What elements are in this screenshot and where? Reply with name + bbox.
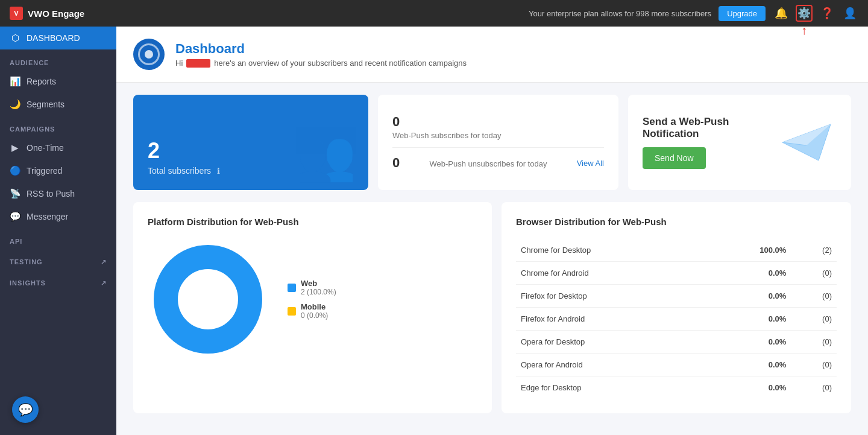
rss-icon: 📡: [10, 188, 20, 199]
browser-distribution-card: Browser Distribution for Web-Push Chrome…: [502, 202, 851, 413]
insights-label: INSIGHTS: [10, 279, 46, 287]
web-legend-color: [288, 284, 296, 292]
send-card-title: Send a Web-PushNotification: [643, 116, 729, 140]
upgrade-button[interactable]: Upgrade: [719, 6, 766, 21]
audience-section-label: AUDIENCE: [0, 49, 116, 70]
sidebar-item-label: Segments: [27, 100, 64, 109]
chart-legend: Web 2 (100.0%) Mobile 0 (0.0%): [288, 279, 336, 320]
browser-count: (0): [791, 331, 837, 354]
subscribers-icon: 👥: [296, 127, 356, 184]
triggered-icon: 🔵: [10, 165, 20, 176]
sidebar-item-dashboard[interactable]: ⬡ DASHBOARD: [0, 27, 116, 49]
sidebar-item-label: RSS to Push: [27, 189, 75, 198]
subscribers-card: 2 Total subscribers ℹ 👥: [133, 95, 368, 190]
table-row: Opera for Desktop 0.0% (0): [516, 331, 837, 354]
chat-bubble-button[interactable]: 💬: [12, 396, 39, 423]
browser-name: Edge for Desktop: [516, 376, 705, 399]
browser-name: Chrome for Desktop: [516, 239, 705, 262]
browser-pct: 100.0%: [705, 239, 791, 262]
dashboard-title: Dashboard: [175, 41, 467, 57]
send-illustration: [776, 118, 837, 167]
campaigns-section-label: CAMPAIGNS: [0, 116, 116, 136]
send-now-button[interactable]: Send Now: [643, 147, 706, 169]
sidebar-item-label: Reports: [27, 77, 56, 86]
external-link-icon2: ↗: [101, 279, 107, 287]
browser-card-title: Browser Distribution for Web-Push: [516, 217, 837, 227]
platform-card-title: Platform Distribution for Web-Push: [148, 217, 477, 227]
browser-count: (2): [791, 239, 837, 262]
sidebar-item-segments[interactable]: 🌙 Segments: [0, 93, 116, 116]
wp-subscribes-row: 0 Web-Push subscribes for today: [392, 107, 604, 148]
user-icon[interactable]: 👤: [841, 5, 858, 22]
browser-count: (0): [791, 376, 837, 399]
stats-row: 2 Total subscribers ℹ 👥 0 Web-Push subsc…: [116, 83, 868, 202]
gear-icon[interactable]: ⚙️ ↑: [796, 5, 813, 22]
wp-unsubscribes-count: 0: [392, 155, 400, 171]
user-name-redacted: [186, 59, 210, 68]
sidebar-item-triggered[interactable]: 🔵 Triggered: [0, 159, 116, 182]
external-link-icon: ↗: [101, 258, 107, 266]
sidebar-item-label: Triggered: [27, 166, 62, 176]
svg-point-5: [181, 272, 235, 326]
wp-stats-card: 0 Web-Push subscribes for today 0 Web-Pu…: [378, 95, 618, 190]
view-all-link[interactable]: View All: [577, 159, 604, 168]
browser-name: Opera for Desktop: [516, 331, 705, 354]
donut-chart: [148, 239, 268, 360]
send-notification-card: Send a Web-PushNotification Send Now: [628, 95, 851, 190]
bell-icon[interactable]: 🔔: [773, 5, 790, 22]
browser-name: Opera for Android: [516, 354, 705, 376]
table-row: Opera for Android 0.0% (0): [516, 354, 837, 376]
topbar: V VWO Engage Your enterprise plan allows…: [0, 0, 868, 27]
sidebar-item-reports[interactable]: 📊 Reports: [0, 70, 116, 93]
mobile-legend-color: [288, 307, 296, 316]
sidebar-item-one-time[interactable]: ▶ One-Time: [0, 136, 116, 159]
content-area: Dashboard Hi here's an overview of your …: [116, 27, 868, 435]
legend-web: Web 2 (100.0%): [288, 279, 336, 296]
sidebar-item-rss-push[interactable]: 📡 RSS to Push: [0, 182, 116, 205]
browser-pct: 0.0%: [705, 376, 791, 399]
subscribers-help-icon[interactable]: ℹ: [217, 167, 220, 176]
donut-container: Web 2 (100.0%) Mobile 0 (0.0%): [148, 239, 477, 360]
api-section-label: API: [0, 228, 116, 249]
wp-subscribes-count: 0: [392, 114, 604, 130]
browser-count: (0): [791, 262, 837, 285]
wp-unsubscribes-label: Web-Push unsubscribes for today: [430, 159, 547, 168]
testing-section-label: TESTING ↗: [0, 249, 116, 270]
testing-label: TESTING: [10, 258, 43, 266]
table-row: Edge for Desktop 0.0% (0): [516, 376, 837, 399]
table-row: Firefox for Android 0.0% (0): [516, 308, 837, 331]
insights-section-label: INSIGHTS ↗: [0, 270, 116, 291]
mobile-legend-text: Mobile 0 (0.0%): [301, 302, 328, 320]
browser-pct: 0.0%: [705, 331, 791, 354]
app-name: VWO Engage: [28, 8, 84, 19]
arrow-indicator: ↑: [801, 24, 807, 37]
table-row: Chrome for Android 0.0% (0): [516, 262, 837, 285]
enterprise-message: Your enterprise plan allows for 998 more…: [529, 9, 711, 18]
sidebar-item-messenger[interactable]: 💬 Messenger: [0, 205, 116, 228]
app-logo: V VWO Engage: [10, 7, 84, 20]
browser-name: Firefox for Desktop: [516, 285, 705, 308]
segments-icon: 🌙: [10, 99, 20, 110]
browser-pct: 0.0%: [705, 285, 791, 308]
topbar-right: Your enterprise plan allows for 998 more…: [529, 5, 858, 22]
dashboard-subtitle: Hi here's an overview of your subscriber…: [175, 59, 467, 68]
sidebar-item-label: DASHBOARD: [27, 33, 80, 43]
onetime-icon: ▶: [10, 142, 20, 153]
logo-icon: V: [10, 7, 23, 20]
browser-pct: 0.0%: [705, 354, 791, 376]
browser-name: Chrome for Android: [516, 262, 705, 285]
table-row: Chrome for Desktop 100.0% (2): [516, 239, 837, 262]
send-card-text: Send a Web-PushNotification Send Now: [643, 116, 729, 169]
legend-mobile: Mobile 0 (0.0%): [288, 302, 336, 320]
sidebar-item-label: Messenger: [27, 212, 68, 221]
topbar-icons: 🔔 ⚙️ ↑ ❓ 👤: [773, 5, 858, 22]
dashboard-title-block: Dashboard Hi here's an overview of your …: [175, 41, 467, 68]
help-icon[interactable]: ❓: [819, 5, 835, 22]
subtitle-post: here's an overview of your subscribers a…: [214, 59, 467, 68]
dashboard-header: Dashboard Hi here's an overview of your …: [116, 27, 868, 83]
charts-row: Platform Distribution for Web-Push Web: [116, 202, 868, 425]
reports-icon: 📊: [10, 76, 20, 87]
browser-count: (0): [791, 354, 837, 376]
platform-distribution-card: Platform Distribution for Web-Push Web: [133, 202, 492, 413]
browser-count: (0): [791, 285, 837, 308]
